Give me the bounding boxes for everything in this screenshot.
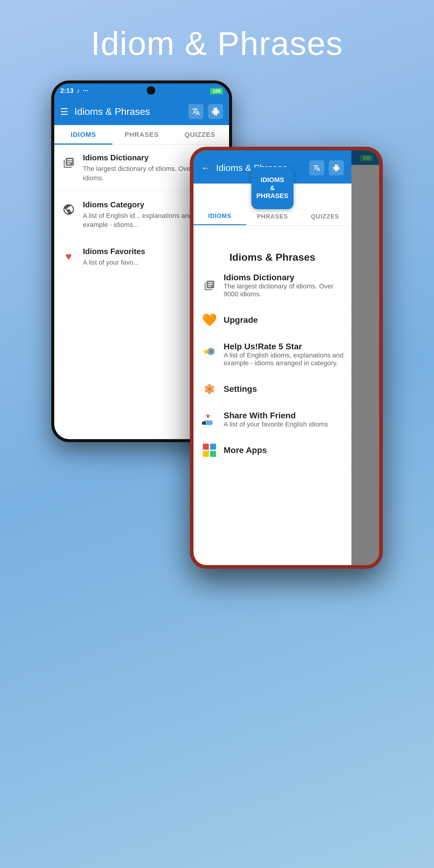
phone-front: 2:14 𝐏 100 ← Idioms & Phrases [190,147,383,569]
drawer-tab-phrases[interactable]: PHRASES [246,208,299,225]
drawer-tab-quizzes[interactable]: QUIZZES [299,208,351,225]
drawer-item-share[interactable]: Share With Friend A list of your favorit… [193,404,351,435]
drawer-upgrade-title: Upgrade [224,315,258,325]
drawer-item-upgrade[interactable]: 🧡 Upgrade [193,305,351,335]
tab-phrases-back[interactable]: PHRASES [113,126,170,145]
drawer-share-icon [201,411,218,428]
app-logo-text: IDIOMS&PHRASES [256,176,288,200]
hamburger-icon[interactable]: ☰ [60,106,68,117]
camera-notch-back [147,86,155,95]
drawer-share-subtitle: A list of your favorite English idioms [224,421,344,428]
svg-point-2 [210,350,213,353]
dots-icon: ··· [83,87,88,95]
android-button-front[interactable] [329,160,344,176]
battery-back: 100 [210,88,223,94]
drawer-rate-icon [201,346,218,363]
tab-quizzes-back[interactable]: QUIZZES [171,126,229,145]
drawer-rate-subtitle: A list of English idioms, explanations a… [224,351,344,367]
tab-idioms-back[interactable]: IDIOMS [54,126,113,145]
drawer-tabs: IDIOMS PHRASES QUIZZES [193,208,351,226]
drawer-app-title: Idioms & Phrases [193,251,351,263]
translate-button-front[interactable] [309,160,324,176]
drawer-upgrade-icon: 🧡 [201,312,218,328]
status-bar-back: 2:13 ♪ ··· 100 [54,84,229,98]
app-bar-back[interactable]: ☰ Idioms & Phrases [54,98,229,125]
app-title-back: Idioms & Phrases [74,106,182,117]
drawer-actions [309,160,344,176]
category-icon-back [60,201,77,218]
favorites-icon-back: ♥ [60,248,77,265]
dictionary-icon-back [60,154,77,171]
page-title: Idiom & Phrases [91,24,343,62]
drawer-share-title: Share With Friend [224,411,344,421]
drawer-rate-text: Help Us!Rate 5 Star A list of English id… [224,342,344,367]
drawer-more-apps-title: More Apps [224,445,267,455]
tiktok-icon: ♪ [76,87,80,95]
drawer-settings-icon [201,381,218,397]
camera-area [143,85,155,97]
svg-rect-6 [202,422,206,425]
drawer-dictionary-text: Idioms Dictionary The largest dictionary… [224,273,344,298]
back-button[interactable]: ← [201,163,210,173]
status-right-back: 100 [210,87,223,95]
drawer-item-dictionary[interactable]: Idioms Dictionary The largest dictionary… [193,266,351,305]
drawer-dictionary-icon [201,277,218,294]
drawer-rate-title: Help Us!Rate 5 Star [224,342,344,351]
drawer-dictionary-subtitle: The largest dictionary of idioms. Over 9… [224,282,344,298]
translate-button-back[interactable] [188,104,204,119]
drawer-item-settings[interactable]: Settings [193,374,351,404]
drawer: ← Idioms & Phrases [193,150,351,565]
drawer-share-text: Share With Friend A list of your favorit… [224,411,344,428]
time-back: 2:13 [60,87,73,95]
tabs-bar-back: IDIOMS PHRASES QUIZZES [54,125,229,145]
drawer-item-more-apps[interactable]: More Apps [193,435,351,465]
app-bar-actions-back [188,104,223,119]
drawer-dictionary-title: Idioms Dictionary [224,273,344,282]
svg-rect-10 [210,451,216,457]
svg-rect-9 [203,451,209,457]
drawer-tab-idioms[interactable]: IDIOMS [193,208,246,225]
android-button-back[interactable] [208,104,223,119]
svg-marker-5 [206,413,210,418]
status-left-back: 2:13 ♪ ··· [60,87,88,95]
drawer-more-apps-icon [201,442,218,458]
drawer-item-rate[interactable]: Help Us!Rate 5 Star A list of English id… [193,335,351,374]
phones-container: 2:13 ♪ ··· 100 ☰ Idioms & Phrases [51,81,383,744]
app-logo-box: IDIOMS&PHRASES [251,167,293,209]
svg-rect-8 [210,444,216,450]
drawer-settings-title: Settings [224,384,257,394]
svg-rect-7 [203,444,209,450]
